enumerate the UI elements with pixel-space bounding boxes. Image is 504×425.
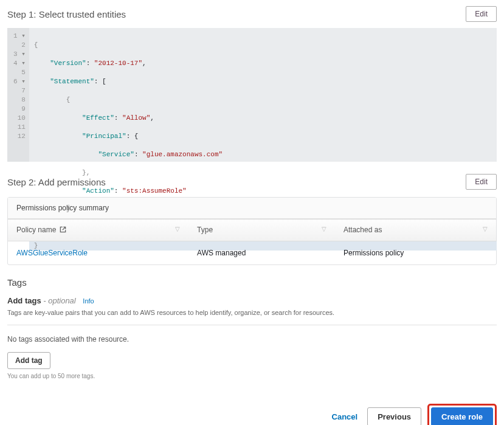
sort-icon[interactable]: ▽	[322, 226, 326, 232]
sort-icon[interactable]: ▽	[483, 226, 488, 232]
trust-policy-editor[interactable]: 1 ▾ 2 3 ▾ 4 ▾ 5 6 ▾ 7 8 9 10 11 12 { "Ve…	[7, 28, 497, 162]
tags-limit-hint: You can add up to 50 more tags.	[7, 373, 497, 379]
cancel-button[interactable]: Cancel	[332, 412, 358, 421]
policy-name-link[interactable]: AWSGlueServiceRole	[16, 249, 88, 257]
create-role-highlight: Create role	[427, 404, 497, 425]
sort-icon[interactable]: ▽	[175, 226, 180, 232]
step1-title: Step 1: Select trusted entities	[7, 9, 126, 19]
footer-actions: Cancel Previous Create role	[7, 404, 497, 425]
external-link-icon	[60, 226, 66, 235]
divider	[7, 325, 497, 325]
line-gutter: 1 ▾ 2 3 ▾ 4 ▾ 5 6 ▾ 7 8 9 10 11 12	[7, 28, 29, 162]
previous-button[interactable]: Previous	[367, 407, 421, 425]
step2-edit-button[interactable]: Edit	[466, 174, 497, 190]
no-tags-message: No tags associated with the resource.	[7, 335, 497, 344]
info-link[interactable]: Info	[83, 297, 94, 305]
add-tag-button[interactable]: Add tag	[7, 352, 50, 369]
tags-hint: Tags are key-value pairs that you can ad…	[7, 309, 497, 316]
step2-title: Step 2: Add permissions	[7, 177, 106, 187]
add-tags-heading: Add tags - optional Info	[7, 296, 497, 305]
table-header-row: Policy name ▽ Type ▽ Attached as ▽	[8, 219, 496, 241]
create-role-button[interactable]: Create role	[431, 407, 493, 425]
col-type[interactable]: Type ▽	[188, 219, 335, 241]
step1-header: Step 1: Select trusted entities Edit	[7, 6, 497, 22]
col-policy-name[interactable]: Policy name ▽	[8, 219, 188, 241]
step1-edit-button[interactable]: Edit	[466, 6, 497, 22]
tags-section-title: Tags	[7, 277, 497, 288]
col-attached[interactable]: Attached as ▽	[335, 219, 496, 241]
code-body: { "Version": "2012-10-17", "Statement": …	[29, 28, 497, 162]
